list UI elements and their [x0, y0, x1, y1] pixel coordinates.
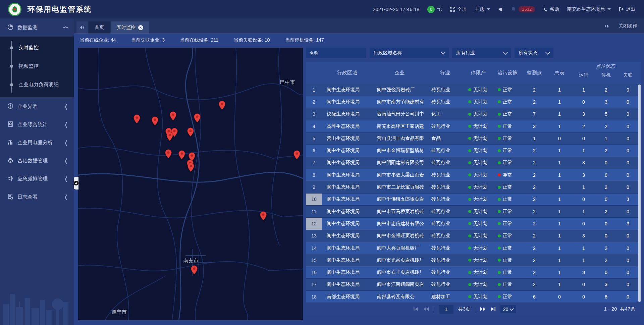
map-pin[interactable]	[187, 163, 195, 173]
map-pin[interactable]	[219, 101, 226, 111]
map-pin[interactable]	[293, 150, 301, 161]
table-row[interactable]: 12阆中生态环境局阆中市忠信建材有限公砖瓦行业无计划正常21003	[306, 218, 641, 230]
tabs-container: 首页实时监控✕	[89, 21, 150, 34]
cell-monitor-points: 2	[522, 242, 547, 254]
prev-page-button[interactable]	[423, 307, 429, 311]
cell-industry: 砖瓦行业	[427, 181, 464, 193]
map-pin[interactable]	[133, 114, 141, 125]
table-row[interactable]: 18南部生态环境局南部县砖瓦有限公建材加工无计划正常60060	[306, 291, 641, 303]
stat-item: 当前失联设备: 10	[234, 37, 270, 43]
table-row[interactable]: 5营山生态环境局营山县润丰肉食品有限食品无计划正常10010	[306, 132, 641, 145]
cell-enterprise: 营山县润丰肉食品有限	[372, 132, 427, 144]
status-dot-green	[498, 186, 501, 189]
table-row[interactable]: 10阆中生态环境局阆中千佛镇五郎垭页岩砖瓦行业无计划正常21003	[306, 194, 641, 206]
region-filter-select[interactable]: 行政区域名称	[370, 48, 449, 58]
table-row[interactable]: 8阆中生态环境局阆中市枣碧大梁山页岩砖瓦行业无计划异常21300	[306, 169, 641, 181]
map-pin[interactable]	[187, 127, 194, 138]
mute-button[interactable]	[498, 7, 503, 12]
fullscreen-button[interactable]: 全屏	[450, 6, 467, 12]
sidebar-item-emergency-reduction[interactable]: 应急减排管理❮	[0, 170, 74, 188]
table-row[interactable]: 4高坪生态环境局南充市高坪区王家店建砖瓦行业无计划正常31220	[306, 120, 641, 132]
map-pin[interactable]	[165, 149, 172, 160]
cell-region: 南部生态环境局	[322, 291, 372, 303]
industry-filter-select[interactable]: 所有行业	[452, 48, 511, 58]
map-panel[interactable]: 巴中市南充市遂宁市	[78, 48, 303, 320]
notifications-button[interactable]: 2632	[511, 6, 535, 12]
table-row[interactable]: 7阆中生态环境局阆中明阳建材有限公司砖瓦行业无计划正常21300	[306, 157, 641, 169]
page-number-input[interactable]	[439, 305, 453, 314]
double-chevron-right-icon[interactable]	[604, 24, 609, 28]
row-number: 14	[306, 242, 322, 254]
table-row[interactable]: 2阆中生态环境局阆中市南方节能建材有砖瓦行业无计划正常21030	[306, 96, 641, 108]
cell-production-limit: 无计划	[464, 132, 493, 144]
chevron-left-icon: ❮	[64, 103, 68, 110]
sidebar-item-realtime-monitoring[interactable]: 实时监控	[0, 39, 74, 57]
sidebar-item-enterprise-abnormal[interactable]: 企业异常❮	[0, 97, 74, 115]
cell-stopped: 1	[595, 132, 617, 144]
tab-home[interactable]: 首页	[89, 21, 110, 34]
table-row[interactable]: 9阆中生态环境局阆中市二龙长宝页岩砖砖瓦行业无计划正常21120	[306, 181, 641, 193]
cell-region: 阆中生态环境局	[322, 96, 372, 108]
col-monitor-points: 监测点	[522, 62, 547, 84]
close-icon[interactable]: ✕	[138, 25, 143, 30]
chevron-down-icon	[503, 50, 508, 54]
name-filter-input[interactable]	[306, 48, 366, 58]
tab-scroll-left-button[interactable]	[76, 21, 88, 34]
table-scrollbar[interactable]	[638, 85, 641, 302]
table-row[interactable]: 15阆中生态环境局阆中市光富页岩机砖厂砖瓦行业无计划正常21120	[306, 254, 641, 266]
first-page-button[interactable]	[413, 307, 419, 311]
divider	[434, 306, 434, 312]
map-pin[interactable]	[166, 132, 173, 143]
last-page-button[interactable]	[490, 307, 496, 311]
sidebar-item-log-view[interactable]: 日志查看❮	[0, 188, 74, 206]
table-row[interactable]: 1阆中生态环境局阆中强锐页岩砖厂砖瓦行业无计划正常21120	[306, 84, 641, 96]
help-button[interactable]: 帮助	[543, 6, 559, 12]
map-collapse-toggle[interactable]: ◀	[73, 177, 78, 189]
map-pin[interactable]	[152, 116, 159, 127]
logout-button[interactable]: 退出	[619, 6, 635, 12]
cell-treatment-facility: 正常	[493, 108, 522, 120]
theme-dropdown[interactable]: 主题	[475, 6, 490, 12]
stat-item: 当前在线设备: 211	[180, 37, 218, 43]
sidebar-item-enterprise-statistics[interactable]: 企业综合统计❮	[0, 115, 74, 133]
cell-monitor-points: 2	[522, 266, 547, 278]
status-dot-green	[468, 222, 471, 225]
cell-monitor-points: 2	[522, 206, 547, 217]
table-body: 1阆中生态环境局阆中强锐页岩砖厂砖瓦行业无计划正常211202阆中生态环境局阆中…	[306, 84, 641, 303]
map-pin[interactable]	[178, 150, 185, 161]
map-pin[interactable]	[170, 111, 177, 122]
cell-production-limit: 无计划	[464, 96, 493, 108]
table-row[interactable]: 11阆中生态环境局阆中市五马桥页岩机砖砖瓦行业无计划正常21120	[306, 206, 641, 218]
cell-total-meter: 1	[547, 120, 572, 132]
map-pin[interactable]	[260, 211, 267, 222]
table-row[interactable]: 16阆中生态环境局阆中市石子页岩机砖厂砖瓦行业无计划正常21300	[306, 266, 641, 278]
next-page-button[interactable]	[480, 307, 486, 311]
sidebar-item-label: 应急减排管理	[17, 176, 48, 182]
map-pin[interactable]	[194, 113, 201, 124]
sidebar-item-base-data-management[interactable]: 基础数据管理❮	[0, 152, 74, 170]
page-size-select[interactable]: 20	[500, 305, 516, 313]
col-enterprise: 企业	[372, 62, 427, 84]
status-dot-green	[468, 247, 471, 250]
table-row[interactable]: 14阆中生态环境局阆中大兴页岩机砖厂砖瓦行业无计划正常21120	[306, 242, 641, 254]
table-row[interactable]: 17阆中生态环境局阆中市江南镇阆南页岩砖瓦行业无计划正常21030	[306, 279, 641, 291]
table-row[interactable]: 13阆中生态环境局阆中市金福旺页岩机砖砖瓦行业无计划正常21300	[306, 230, 641, 242]
cell-total-meter: 1	[547, 242, 572, 254]
map-pin[interactable]	[191, 265, 198, 276]
table-row[interactable]: 6阆中生态环境局阆中市金博瑞新型墙材砖瓦行业无计划正常21120	[306, 145, 641, 157]
sidebar-item-power-load-detail[interactable]: 企业电力负荷明细	[0, 75, 74, 94]
sidebar-item-video-monitoring[interactable]: 视频监控	[0, 57, 74, 75]
status-dot-green	[468, 198, 471, 201]
sidebar-item-power-usage-analysis[interactable]: 企业用电量分析❮	[0, 133, 74, 152]
status-dot-green	[498, 234, 501, 237]
status-filter-select[interactable]: 所有状态	[515, 48, 553, 58]
cell-running: 0	[572, 291, 595, 303]
row-number: 8	[306, 169, 322, 181]
cell-monitor-points: 2	[522, 194, 547, 205]
sidebar-item-data-monitoring[interactable]: 数据监测❮	[0, 18, 74, 37]
org-dropdown[interactable]: 南充市生态环境局	[567, 6, 611, 12]
table-row[interactable]: 3仪陇生态环境局西南油气田分公司川中化工无计划正常71350	[306, 108, 641, 120]
close-operations-button[interactable]: 关闭操作	[619, 23, 637, 29]
tab-realtime[interactable]: 实时监控✕	[111, 21, 149, 34]
cell-production-limit: 无计划	[464, 206, 493, 217]
